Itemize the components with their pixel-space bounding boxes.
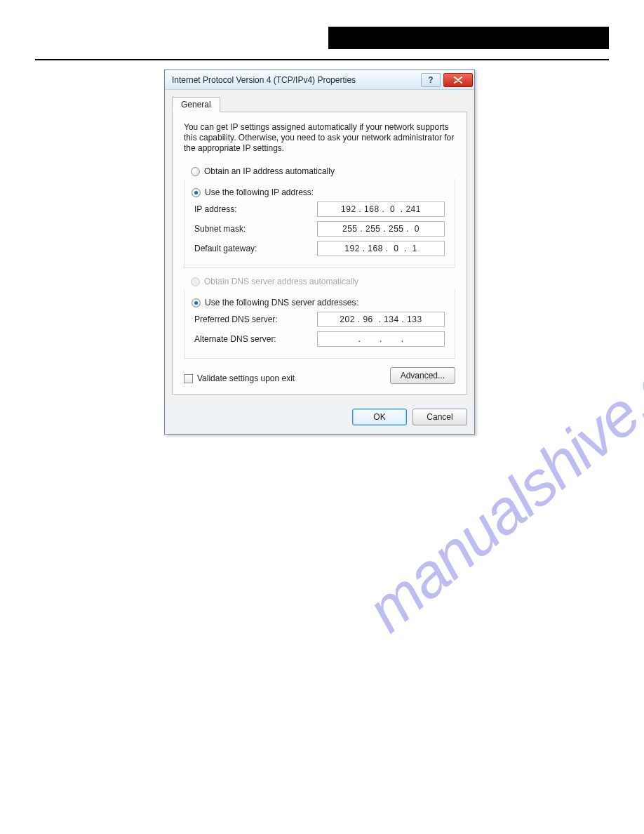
alternate-dns-label: Alternate DNS server: xyxy=(194,334,317,344)
radio-ip-manual-label: Use the following IP address: xyxy=(205,187,314,197)
subnet-mask-label: Subnet mask: xyxy=(194,224,317,234)
radio-dns-manual[interactable]: Use the following DNS server addresses: xyxy=(192,298,445,307)
radio-icon xyxy=(191,277,200,286)
tab-general[interactable]: General xyxy=(172,97,220,112)
radio-icon xyxy=(192,188,201,197)
dialog-title: Internet Protocol Version 4 (TCP/IPv4) P… xyxy=(172,75,420,85)
radio-ip-manual[interactable]: Use the following IP address: xyxy=(192,187,445,197)
dns-fields-group: Use the following DNS server addresses: … xyxy=(184,289,455,359)
default-gateway-label: Default gateway: xyxy=(194,244,317,253)
titlebar: Internet Protocol Version 4 (TCP/IPv4) P… xyxy=(165,70,474,90)
radio-ip-auto[interactable]: Obtain an IP address automatically xyxy=(191,166,455,176)
subnet-mask-input[interactable]: 255 . 255 . 255 . 0 xyxy=(317,221,445,237)
header-rule xyxy=(35,59,609,60)
alternate-dns-input[interactable]: . . . xyxy=(317,331,445,347)
ip-fields-group: Use the following IP address: IP address… xyxy=(184,179,455,268)
ip-address-input[interactable]: 192 . 168 . 0 . 241 xyxy=(317,201,445,217)
radio-dns-manual-label: Use the following DNS server addresses: xyxy=(205,298,358,307)
radio-ip-auto-label: Obtain an IP address automatically xyxy=(204,166,335,176)
intro-text: You can get IP settings assigned automat… xyxy=(184,122,455,154)
close-icon xyxy=(453,77,463,84)
radio-icon xyxy=(191,167,200,176)
preferred-dns-input[interactable]: 202 . 96 . 134 . 133 xyxy=(317,312,445,327)
default-gateway-input[interactable]: 192 . 168 . 0 . 1 xyxy=(317,241,445,256)
tcpip-properties-dialog: Internet Protocol Version 4 (TCP/IPv4) P… xyxy=(164,70,475,435)
advanced-button[interactable]: Advanced... xyxy=(390,367,455,384)
general-panel: You can get IP settings assigned automat… xyxy=(172,112,467,395)
help-button[interactable]: ? xyxy=(421,73,441,87)
ok-button[interactable]: OK xyxy=(352,409,407,425)
close-button[interactable] xyxy=(443,73,473,87)
validate-checkbox-label: Validate settings upon exit xyxy=(197,373,295,383)
cancel-button[interactable]: Cancel xyxy=(412,409,467,425)
radio-dns-auto-label: Obtain DNS server address automatically xyxy=(204,277,358,286)
ip-address-label: IP address: xyxy=(194,204,317,214)
validate-checkbox-row[interactable]: Validate settings upon exit xyxy=(184,373,295,383)
radio-dns-auto: Obtain DNS server address automatically xyxy=(191,277,455,286)
checkbox-icon xyxy=(184,374,193,383)
header-black-bar xyxy=(328,27,609,49)
dialog-footer: OK Cancel xyxy=(165,402,474,434)
radio-icon xyxy=(192,298,201,307)
preferred-dns-label: Preferred DNS server: xyxy=(194,315,317,324)
